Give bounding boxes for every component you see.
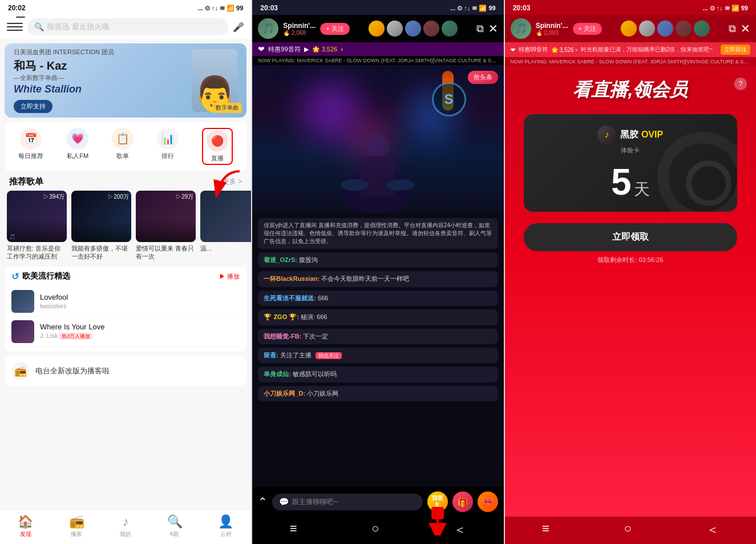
nav-home-icon[interactable]: ○	[371, 521, 379, 538]
play-all-button[interactable]: ▶ 播放	[219, 272, 240, 281]
list-item[interactable]: ▷394万 🎵 耳耕疗愈: 音乐是你工作学习的减压剂	[7, 191, 67, 261]
expand-icon[interactable]: ⌃	[258, 495, 268, 509]
alert-text-p3: 时光机能量已满，万能福概率已翻2倍，快来抽奖吧~	[581, 46, 717, 54]
play-count-3: ▷29万	[176, 193, 193, 201]
quick-icon-daily[interactable]: 📅 每日推荐	[18, 128, 43, 165]
promo-text-p3: 特惠99音符	[519, 46, 548, 54]
chat-input-field[interactable]: 💬 跟主播聊聊吧~	[272, 494, 422, 510]
status-bar-p2: 20:03 ... ⊙ ↑↓ ≋ 📶 99	[252, 0, 503, 15]
playlist-thumb-3: ▷29万	[136, 191, 196, 242]
quick-icon-chart[interactable]: 📊 排行	[157, 128, 179, 165]
bottom-nav-p2: ≡ ○ ＜	[252, 517, 503, 544]
claim-vip-button[interactable]: 立即领取	[524, 223, 737, 251]
nav-back-icon-p3[interactable]: ＜	[706, 521, 719, 538]
list-item[interactable]: ▷29万 爱情可以重来 青春只有一次	[136, 191, 196, 261]
head-position-button[interactable]: 抢头条	[468, 71, 498, 84]
svg-point-2	[366, 134, 389, 156]
quick-icon-fm[interactable]: 💗 私人FM	[67, 128, 88, 165]
live-arrow-indicator	[205, 166, 245, 208]
close-icon[interactable]: ✕	[488, 22, 498, 35]
chat-user-1: 着迷_OZrS:	[264, 256, 297, 263]
chat-msg-8: 小刀娱乐网	[307, 390, 338, 397]
live-username-p3: Spinnin'...	[536, 22, 568, 30]
banner-cta-button[interactable]: 立即支持	[14, 100, 52, 113]
bottom-nav-p3: ≡ ○ ＜	[505, 517, 756, 544]
search-placeholder: 陈奕迅 最近很火哦	[47, 22, 109, 32]
nav-music-label: 我的	[120, 530, 131, 538]
live-badges-row	[354, 21, 472, 37]
list-item[interactable]: ▷200万 我能有多骄傲，不堪一击好不好	[71, 191, 131, 261]
time-p1: 20:02	[8, 4, 26, 12]
now-playing-p2: NOW PLAYING: MAVERICK SABRE - SLOW DOWN …	[252, 56, 503, 65]
follow-tag[interactable]: 我也关注	[316, 352, 342, 359]
gift-action-button[interactable]: 🎁	[452, 491, 473, 512]
close-icon-p3[interactable]: ✕	[741, 22, 750, 35]
chat-system-message: 佳宸yjh进入了直播间 直播和充值消费，提倡理性消费。平台对直播内容24小时巡查…	[258, 218, 498, 249]
chat-user-8: 小刀娱乐网_D:	[264, 390, 305, 397]
promo-count-p3: 🌟 3,526 ›	[551, 47, 577, 53]
nav-home-icon-p3[interactable]: ○	[624, 521, 632, 538]
nav-podcast[interactable]: 📻 播客	[69, 514, 84, 538]
list-item: 一杯BlackRussian: 不会今天歌跟昨天前一天一样吧	[258, 271, 498, 287]
chart-label: 排行	[161, 152, 174, 160]
nav-back-icon[interactable]: ＜	[454, 521, 466, 538]
live-user-info-p3: Spinnin'... 🔥 2,093	[536, 22, 568, 36]
nav-music[interactable]: ♪ 我的	[120, 514, 131, 538]
song-artist-lovefool: twocolors	[40, 303, 240, 309]
nav-discover-label: 发现	[20, 530, 31, 538]
promo-heart-p3: ❤	[511, 47, 515, 53]
list-item: 着迷_OZrS: 腹股沟	[258, 252, 498, 268]
mic-icon[interactable]: 🎤	[233, 22, 244, 33]
nav-podcast-label: 播客	[71, 530, 82, 538]
lucky-action-button[interactable]: 🎀	[478, 491, 498, 512]
promo-title: 看直播,领会员	[505, 66, 756, 108]
time-p2: 20:03	[260, 4, 278, 12]
nav-discover[interactable]: 🏠 发现	[18, 514, 33, 538]
nav-yuncu-label: 云村	[220, 530, 232, 538]
chat-msg-6: 关注了主播	[280, 352, 312, 358]
quick-icon-live[interactable]: 🔴 直播	[202, 128, 233, 165]
nav-k[interactable]: 🔍 K歌	[167, 514, 183, 538]
badge-blue-p3	[657, 21, 673, 37]
promo-text: 特惠99音符	[268, 45, 300, 54]
screen-share-icon[interactable]: ⧉	[476, 23, 484, 35]
chat-input-bar: ⌃ 💬 跟主播聊聊吧~ 我要礼	[252, 487, 503, 517]
live-avatar-p3: 🎵	[511, 18, 531, 39]
question-badge[interactable]: ?	[734, 78, 747, 90]
promo-bar-p2[interactable]: ❤ 特惠99音符 ▶ 🌟 3,526 ›	[252, 42, 503, 56]
podcast-icon: 📻	[69, 514, 84, 529]
artist-banner[interactable]: 日美混血男团 INTERSECTION 团员 和马 - Kaz —全新数字单曲—…	[5, 43, 246, 118]
playlist-name-3: 爱情可以重来 青春只有一次	[136, 244, 196, 261]
follow-button-p3[interactable]: + 关注	[573, 23, 602, 35]
chat-placeholder: 跟主播聊聊吧~	[292, 497, 337, 507]
quick-icon-playlist[interactable]: 📋 歌单	[112, 128, 134, 165]
countdown-text: 领取剩余时长: 03:56:26	[597, 256, 663, 264]
discover-icon: 🏠	[18, 514, 33, 529]
badge-green-p3	[694, 21, 710, 37]
alert-action-btn[interactable]: 立即前往	[721, 45, 750, 55]
status-bar-p3: 20:03 ... ⊙ ↑↓ ≋ 📶 99	[505, 0, 756, 15]
follow-button[interactable]: + 关注	[320, 23, 349, 35]
now-playing-p3: NOW PLAYING: MAVERICK SABRE - SLOW DOWN …	[505, 57, 756, 66]
panel-main: 20:02 ... ⊙ ↑↓ ≋ 📶 99 36 🔍 陈奕迅 最近很火哦 🎤 日…	[0, 0, 251, 544]
list-item: 留斋: 关注了主播 我也关注	[258, 348, 498, 363]
search-bar[interactable]: 🔍 陈奕迅 最近很火哦	[27, 18, 228, 35]
live-fans: 🔥 2,068	[283, 30, 316, 36]
svg-rect-5	[431, 507, 444, 519]
panel-vip-offer: 20:03 ... ⊙ ↑↓ ≋ 📶 99 🎵 Spinnin'... 🔥 2,…	[505, 0, 756, 544]
status-icons-p3: ... ⊙ ↑↓ ≋ 📶 99	[702, 5, 748, 12]
nav-yuncu[interactable]: 👤 云村	[218, 514, 233, 538]
playlist-label: 歌单	[116, 152, 129, 160]
playlist-name-4: 温...	[200, 244, 251, 252]
menu-button[interactable]: 36	[7, 19, 23, 35]
banner-text: 日美混血男团 INTERSECTION 团员 和马 - Kaz —全新数字单曲—…	[14, 48, 192, 113]
nav-menu-icon-p3[interactable]: ≡	[542, 521, 549, 538]
svg-rect-1	[361, 156, 395, 196]
radio-banner[interactable]: 📻 电台全新改版为播客啦	[5, 356, 246, 386]
table-row[interactable]: Where Is Your Love J. Lisk 热2万人播放	[11, 317, 240, 347]
chat-msg-7: 敏感肌可以听吗	[293, 370, 337, 377]
playlist-thumb-2: ▷200万	[71, 191, 131, 242]
screen-share-icon-p3[interactable]: ⧉	[729, 23, 736, 35]
nav-menu-icon[interactable]: ≡	[290, 521, 297, 538]
table-row[interactable]: Lovefool twocolors	[11, 287, 240, 317]
